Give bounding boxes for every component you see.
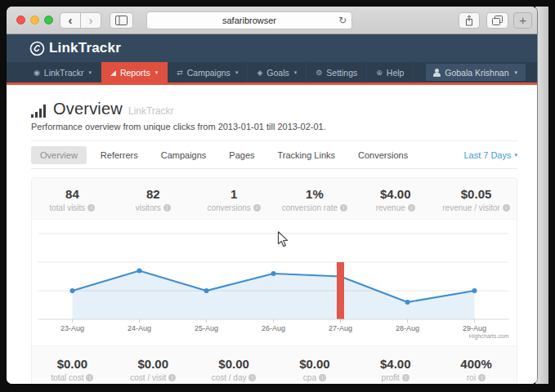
area-fill [73, 271, 475, 320]
caret-down-icon: ▾ [88, 69, 92, 76]
stat-value: 400% [436, 357, 517, 371]
address-bar[interactable]: safaribrowser ↻ [146, 11, 352, 29]
stats-row-top: 84total visits82visitors1conversions1%co… [32, 178, 517, 219]
stats-row-bottom: $0.00total cost$0.00cost / visit$0.00cos… [32, 346, 517, 384]
brand-logo[interactable]: LinkTrackr [29, 40, 121, 56]
x-tick-label: 26-Aug [262, 324, 285, 332]
nav-item-settings[interactable]: ⚙Settings [307, 62, 367, 82]
back-button[interactable]: ‹ [60, 12, 81, 29]
stat-label: revenue [355, 203, 436, 212]
stat-label: conversions [194, 203, 275, 212]
nav-item-campaigns[interactable]: ⇄Campaigns▾ [168, 62, 248, 82]
overview-page: Overview LinkTrackr Performance overview… [7, 85, 537, 384]
stat-label: total visits [32, 203, 113, 212]
info-icon[interactable] [87, 204, 95, 212]
info-icon[interactable] [408, 204, 415, 212]
stat-label: cost / day [194, 373, 275, 382]
stat-value: 82 [113, 187, 194, 201]
app-header: LinkTrackr [7, 34, 537, 62]
new-tab-button[interactable]: + [513, 12, 532, 29]
stat-value: 1 [194, 187, 275, 201]
stat-value: 84 [32, 187, 113, 201]
linktrackr-icon: ◉ [34, 69, 40, 77]
info-icon[interactable] [253, 204, 261, 212]
stat-total-cost: $0.00total cost [32, 357, 113, 382]
show-tabs-button[interactable] [486, 12, 508, 29]
user-icon [434, 69, 440, 77]
sidebar-toggle-button[interactable] [110, 12, 133, 29]
minimize-window-button[interactable] [30, 16, 39, 24]
nav-item-label: Help [387, 68, 405, 78]
info-icon[interactable] [478, 374, 486, 381]
stat-label: revenue / visitor [436, 203, 517, 212]
tab-referrers[interactable]: Referrers [92, 146, 147, 164]
stat-revenue: $4.00revenue [355, 187, 436, 212]
info-icon[interactable] [86, 374, 93, 381]
info-icon[interactable] [503, 204, 510, 212]
nav-item-help[interactable]: ⊕Help [367, 62, 414, 82]
nav-item-label: Goals [266, 68, 289, 78]
x-tick-label: 24-Aug [128, 324, 151, 332]
caret-down-icon: ▾ [235, 69, 239, 76]
highlight-column[interactable] [337, 262, 344, 319]
page-subtitle: Performance overview from unique clicks … [31, 122, 517, 131]
stat-label: cost / visit [113, 373, 194, 382]
stat-label: conversion rate [274, 203, 355, 212]
stat-total-visits: 84total visits [32, 187, 113, 212]
stat-conversion-rate: 1%conversion rate [274, 187, 355, 212]
nav-item-label: LinkTrackr [44, 68, 84, 78]
url-text: safaribrowser [222, 16, 276, 25]
desktop-background [535, 7, 548, 384]
tabs-overview-icon [492, 16, 503, 25]
refresh-icon[interactable]: ↻ [338, 15, 347, 26]
nav-item-reports[interactable]: ◢Reports▾ [101, 62, 168, 82]
data-point-23-aug[interactable] [70, 288, 75, 293]
info-icon[interactable] [340, 204, 347, 212]
visits-chart-canvas: 23-Aug24-Aug25-Aug26-Aug27-Aug28-Aug29-A… [32, 220, 517, 345]
stat-visitors: 82visitors [113, 187, 194, 212]
nav-item-goals[interactable]: ◈Goals▾ [248, 62, 307, 82]
user-menu[interactable]: Gobala Krishnan ▾ [426, 64, 526, 81]
info-icon[interactable] [402, 374, 410, 381]
tab-campaigns[interactable]: Campaigns [152, 146, 216, 164]
chart-credit[interactable]: Highcharts.com [469, 333, 509, 340]
data-point-29-aug[interactable] [472, 288, 477, 293]
nav-item-label: Settings [326, 68, 357, 78]
share-button[interactable] [459, 12, 480, 29]
forward-button[interactable]: › [80, 12, 101, 29]
info-icon[interactable] [168, 374, 176, 381]
data-point-26-aug[interactable] [271, 271, 276, 276]
stat-label: cpa [274, 373, 355, 382]
tab-overview[interactable]: Overview [31, 146, 87, 164]
nav-item-label: Reports [120, 68, 150, 78]
stat-label: profit [355, 373, 436, 382]
nav-item-linktrackr[interactable]: ◉LinkTrackr▾ [25, 62, 101, 82]
date-range-selector[interactable]: Last 7 Days ▾ [463, 150, 517, 160]
data-point-24-aug[interactable] [137, 269, 142, 274]
x-tick-label: 29-Aug [463, 324, 486, 332]
reports-icon: ◢ [110, 69, 116, 77]
history-nav-group: ‹ › [60, 12, 101, 29]
stat-cost-visit: $0.00cost / visit [113, 357, 194, 382]
info-icon[interactable] [319, 374, 326, 381]
caret-down-icon: ▾ [294, 69, 298, 76]
info-icon[interactable] [163, 204, 171, 212]
goals-icon: ◈ [257, 69, 262, 77]
info-icon[interactable] [248, 374, 256, 381]
zoom-window-button[interactable] [44, 16, 53, 24]
stat-roi: 400%roi [436, 357, 517, 382]
nav-item-label: Campaigns [187, 68, 231, 78]
close-window-button[interactable] [16, 16, 25, 24]
tab-conversions[interactable]: Conversions [349, 146, 417, 164]
data-point-28-aug[interactable] [405, 300, 410, 305]
tab-tracking-links[interactable]: Tracking Links [269, 146, 345, 164]
bar-chart-icon [31, 105, 47, 118]
stat-profit: $4.00profit [355, 357, 436, 382]
data-point-25-aug[interactable] [204, 288, 209, 293]
stat-cost-day: $0.00cost / day [194, 357, 275, 382]
tab-pages[interactable]: Pages [220, 146, 263, 164]
sidebar-icon [115, 16, 128, 25]
main-nav: ◉LinkTrackr▾◢Reports▾⇄Campaigns▾◈Goals▾⚙… [7, 62, 537, 82]
stat-value: $0.00 [274, 357, 355, 371]
stat-cpa: $0.00cpa [274, 357, 355, 382]
